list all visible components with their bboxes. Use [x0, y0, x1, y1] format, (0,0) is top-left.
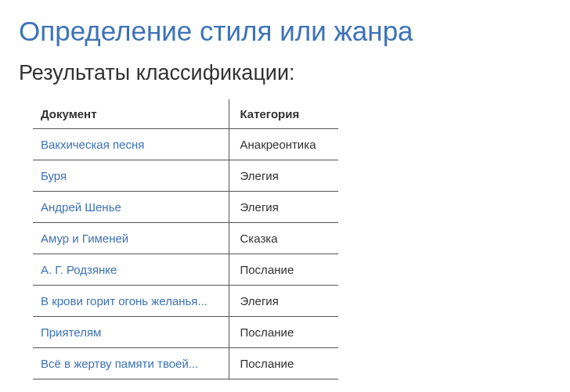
table-cell-document: Андрей Шенье [33, 192, 229, 223]
classification-table: Документ Категория Вакхическая песняАнак… [33, 99, 338, 379]
table-cell-category: Послание [229, 254, 338, 286]
document-link[interactable]: Амур и Гименей [41, 232, 128, 245]
document-link[interactable]: Приятелям [41, 325, 101, 339]
table-header-document: Документ [33, 99, 229, 129]
table-row: ПриятелямПослание [33, 317, 338, 348]
document-link[interactable]: Буря [41, 169, 67, 182]
document-link[interactable]: Андрей Шенье [41, 200, 121, 214]
table-cell-document: Буря [33, 160, 229, 192]
table-row: БуряЭлегия [33, 160, 338, 192]
table-cell-document: А. Г. Родзянке [33, 254, 229, 286]
table-cell-category: Элегия [229, 192, 338, 223]
table-row: Амур и ГименейСказка [33, 223, 338, 254]
table-cell-document: Всё в жертву памяти твоей... [33, 348, 229, 379]
table-row: Андрей ШеньеЭлегия [33, 192, 338, 223]
document-link[interactable]: Всё в жертву памяти твоей... [41, 357, 198, 370]
table-row: Всё в жертву памяти твоей...Послание [33, 348, 338, 379]
table-row: Вакхическая песняАнакреонтика [33, 129, 338, 160]
table-cell-category: Анакреонтика [229, 129, 338, 160]
document-link[interactable]: Вакхическая песня [41, 138, 144, 151]
table-cell-document: Амур и Гименей [33, 223, 229, 254]
table-row: А. Г. РодзянкеПослание [33, 254, 338, 286]
table-row: В крови горит огонь желанья...Элегия [33, 286, 338, 317]
table-cell-category: Элегия [229, 160, 338, 192]
table-cell-category: Элегия [229, 286, 338, 317]
table-cell-document: В крови горит огонь желанья... [33, 286, 229, 317]
table-cell-category: Сказка [229, 223, 338, 254]
table-header-category: Категория [229, 99, 338, 129]
results-subtitle: Результаты классификации: [19, 61, 551, 85]
table-cell-document: Приятелям [33, 317, 229, 348]
document-link[interactable]: А. Г. Родзянке [41, 263, 117, 276]
table-cell-category: Послание [229, 348, 338, 379]
page-title: Определение стиля или жанра [19, 16, 551, 47]
table-cell-category: Послание [229, 317, 338, 348]
table-cell-document: Вакхическая песня [33, 129, 229, 160]
document-link[interactable]: В крови горит огонь желанья... [41, 294, 207, 307]
